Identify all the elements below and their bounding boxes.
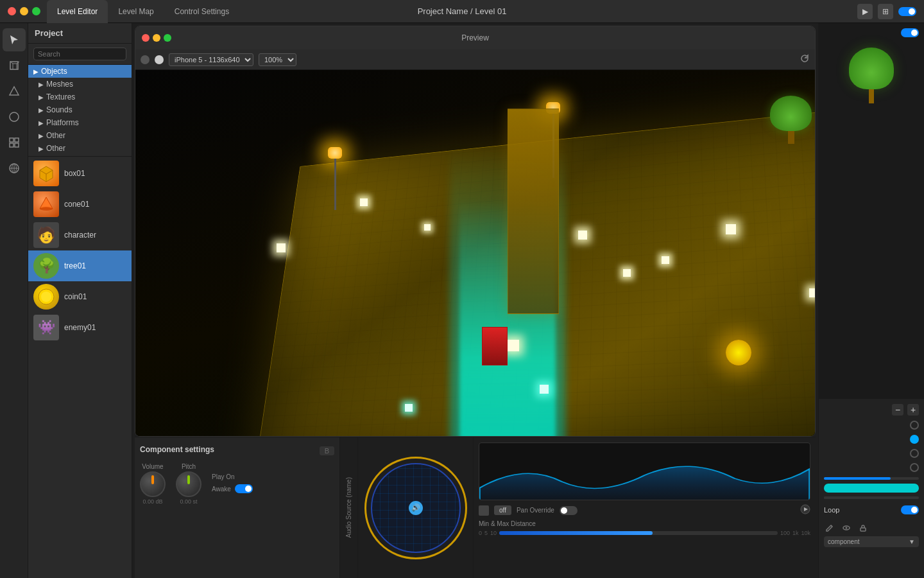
slider-1[interactable]: [824, 477, 919, 480]
loop-row: Loop: [824, 503, 919, 517]
svg-rect-14: [860, 528, 866, 531]
list-item-tree01[interactable]: 🌳 tree01: [28, 250, 132, 281]
tab-level-map[interactable]: Level Map: [108, 0, 164, 23]
tick-5: 5: [484, 530, 488, 536]
cyan-slider[interactable]: [824, 484, 919, 493]
component-dropdown-label: component: [828, 538, 859, 545]
obj-icon-cone: [33, 191, 59, 217]
icon-triangle[interactable]: [3, 80, 26, 103]
glow-block-3: [424, 224, 431, 231]
yellow-orb: [726, 340, 751, 365]
refresh-icon[interactable]: [800, 53, 810, 66]
obj-label-coin01: coin01: [64, 292, 87, 301]
distance-slider[interactable]: [499, 531, 778, 535]
radio-4[interactable]: [910, 463, 919, 472]
arrow-icon: ▶: [38, 145, 44, 152]
play-small-btn[interactable]: [800, 504, 810, 516]
list-item-coin01[interactable]: coin01: [28, 281, 132, 312]
central-tower: [508, 109, 559, 314]
volume-knob[interactable]: [140, 471, 166, 497]
tree-item-objects[interactable]: ▶ Objects: [28, 65, 132, 78]
list-item-box01[interactable]: box01: [28, 158, 132, 189]
radio-row-3: [824, 449, 919, 458]
slider-2[interactable]: [824, 496, 919, 499]
radio-2[interactable]: [910, 435, 919, 444]
master-toggle[interactable]: [898, 7, 916, 16]
minimize-button[interactable]: [20, 7, 28, 15]
lock-icon[interactable]: [857, 522, 869, 534]
obj-icon-character: 🧑: [33, 222, 59, 248]
slider-group: [824, 477, 919, 499]
preview-maximize[interactable]: [164, 34, 171, 42]
loop-toggle[interactable]: [901, 505, 919, 514]
component-settings-title: Component settings: [140, 442, 214, 459]
sphere-inner: 🔊: [371, 463, 461, 553]
obj-icon-tree: 🌳: [33, 253, 59, 279]
tree-item-platforms[interactable]: ▶ Platforms: [28, 116, 132, 129]
icon-globe[interactable]: [3, 157, 26, 180]
volume-knob-group: Volume 0.00 dB: [140, 463, 166, 505]
pitch-value: 0.00 st: [180, 498, 197, 505]
svg-rect-4: [10, 143, 13, 147]
distance-controls: Min & Max Distance 0 5 10 100 1k 10k: [479, 520, 810, 536]
awake-toggle[interactable]: [235, 484, 253, 493]
play-on-row: Play On: [212, 473, 253, 480]
center-area: Preview iPhone 5 - 1136x640 100%: [132, 23, 818, 578]
off-button[interactable]: off: [494, 505, 511, 515]
volume-value: 0.00 dB: [142, 498, 162, 505]
left-panel: Project ▶ Objects ▶ Meshes ▶ Textures ▶ …: [28, 23, 132, 578]
obj-label-tree01: tree01: [64, 261, 86, 270]
preview-close[interactable]: [142, 34, 150, 42]
component-dropdown[interactable]: component ▼: [824, 536, 919, 547]
comp-tab-b[interactable]: B: [320, 446, 334, 455]
preview-canvas[interactable]: [135, 70, 815, 437]
preview-window: Preview iPhone 5 - 1136x640 100%: [135, 26, 816, 437]
preview-dot-2[interactable]: [155, 55, 164, 64]
zoom-selector[interactable]: 100%: [259, 53, 296, 66]
settings-button[interactable]: ⊞: [878, 4, 893, 19]
radio-3[interactable]: [910, 449, 919, 458]
stop-btn[interactable]: [479, 505, 489, 516]
pitch-knob[interactable]: [176, 471, 201, 497]
right-toggle-switch[interactable]: [901, 28, 919, 37]
icon-cursor[interactable]: [3, 28, 26, 51]
tree-item-other2[interactable]: ▶ Other: [28, 142, 132, 155]
glow-block-10: [508, 340, 519, 351]
device-selector[interactable]: iPhone 5 - 1136x640: [169, 53, 253, 66]
preview-title: Preview: [461, 33, 489, 42]
list-item-enemy01[interactable]: 👾 enemy01: [28, 312, 132, 343]
pencil-icon[interactable]: [824, 522, 835, 534]
pan-override-toggle[interactable]: [560, 506, 578, 515]
icon-sphere[interactable]: [3, 105, 26, 128]
icon-grid[interactable]: [3, 131, 26, 154]
right-panel-top: [819, 23, 924, 398]
pitch-knob-group: Pitch 0.00 st: [176, 463, 201, 505]
preview-dot-1[interactable]: [141, 55, 150, 64]
svg-point-13: [846, 527, 848, 529]
preview-minimize[interactable]: [153, 34, 160, 42]
svg-point-10: [41, 292, 51, 302]
svg-rect-3: [15, 138, 19, 142]
right-panel-toggle[interactable]: [901, 28, 919, 37]
search-input[interactable]: [33, 48, 126, 60]
tab-control-settings[interactable]: Control Settings: [164, 0, 239, 23]
plus-button[interactable]: +: [907, 404, 919, 416]
radio-1[interactable]: [910, 421, 919, 430]
minus-button[interactable]: −: [892, 404, 903, 416]
eye-icon[interactable]: [841, 522, 852, 534]
svg-rect-2: [10, 138, 13, 142]
list-item-character[interactable]: 🧑 character: [28, 220, 132, 250]
sphere-speaker[interactable]: 🔊: [409, 501, 423, 515]
list-item-cone01[interactable]: cone01: [28, 189, 132, 220]
play-button[interactable]: ▶: [857, 4, 873, 19]
close-button[interactable]: [8, 7, 16, 15]
tab-level-editor[interactable]: Level Editor: [47, 0, 108, 23]
icon-box[interactable]: [3, 54, 26, 77]
search-box: [28, 44, 132, 65]
maximize-button[interactable]: [32, 7, 40, 15]
tree-item-other1[interactable]: ▶ Other: [28, 129, 132, 142]
tree-item-meshes[interactable]: ▶ Meshes: [28, 78, 132, 91]
obj-icon-box: [33, 161, 59, 186]
tree-item-textures[interactable]: ▶ Textures: [28, 91, 132, 103]
tree-item-sounds[interactable]: ▶ Sounds: [28, 103, 132, 116]
